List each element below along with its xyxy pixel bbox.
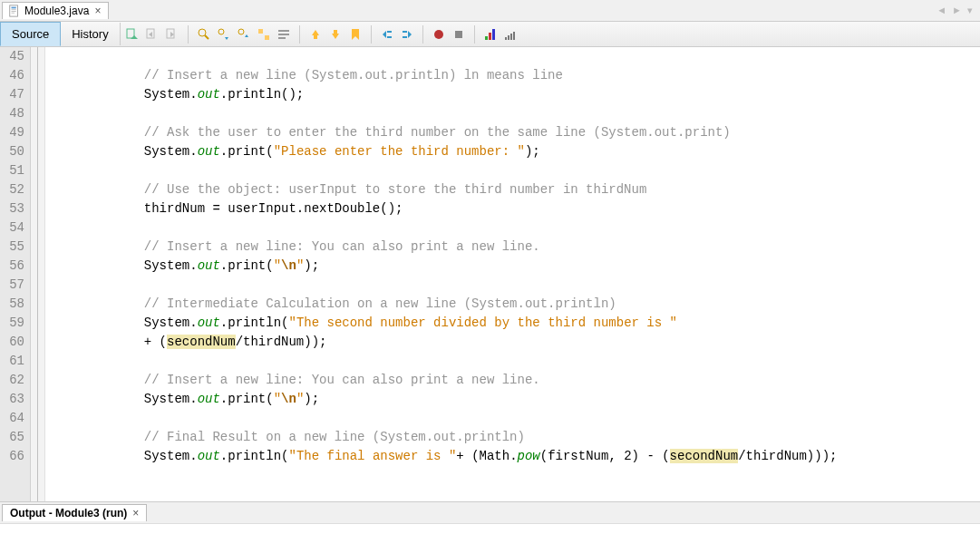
start-macro-icon[interactable] <box>431 26 447 43</box>
editor-toolbar: Source History <box>0 22 980 47</box>
shift-left-icon[interactable] <box>379 26 395 43</box>
tab-prev-icon[interactable]: ◄ <box>935 3 948 18</box>
svg-rect-29 <box>508 35 509 40</box>
tab-menu-icon[interactable]: ▾ <box>965 3 975 18</box>
svg-rect-19 <box>387 31 392 33</box>
svg-point-11 <box>238 29 244 34</box>
close-output-button[interactable]: × <box>132 507 139 519</box>
shift-right-icon[interactable] <box>399 26 415 43</box>
output-tab[interactable]: Output - Module3 (run) × <box>2 504 147 521</box>
svg-rect-15 <box>278 34 289 35</box>
svg-point-10 <box>218 29 224 34</box>
output-panel <box>0 523 980 534</box>
file-tab-bar: Module3.java × ◄ ► ▾ <box>0 0 980 22</box>
file-tab-module3[interactable]: Module3.java × <box>2 2 109 19</box>
svg-rect-25 <box>485 36 488 40</box>
tab-bar-controls: ◄ ► ▾ <box>935 3 980 18</box>
svg-rect-13 <box>265 35 269 40</box>
last-edit-icon[interactable] <box>124 26 141 43</box>
find-prev-icon[interactable] <box>216 26 232 43</box>
svg-rect-26 <box>489 33 491 40</box>
svg-point-23 <box>434 30 443 39</box>
toggle-bookmark-icon[interactable] <box>347 26 364 43</box>
svg-rect-28 <box>505 37 507 40</box>
find-next-icon[interactable] <box>236 26 252 43</box>
svg-rect-14 <box>278 30 289 32</box>
next-bookmark-icon[interactable] <box>327 26 344 43</box>
close-tab-button[interactable]: × <box>92 5 102 17</box>
svg-rect-22 <box>403 36 407 38</box>
svg-rect-24 <box>455 31 462 38</box>
file-tab-label: Module3.java <box>24 5 89 17</box>
svg-rect-27 <box>492 29 495 40</box>
forward-icon[interactable] <box>164 26 180 43</box>
svg-rect-4 <box>12 13 15 14</box>
svg-rect-3 <box>12 11 16 12</box>
tab-next-icon[interactable]: ► <box>950 3 964 18</box>
stop-macro-icon[interactable] <box>451 26 467 43</box>
svg-rect-2 <box>12 9 16 10</box>
svg-rect-31 <box>513 32 515 40</box>
line-gutter: 4546474849505152535455565758596061626364… <box>0 47 31 501</box>
svg-line-9 <box>205 35 209 39</box>
output-tab-bar: Output - Module3 (run) × <box>0 501 980 523</box>
svg-rect-30 <box>510 34 512 40</box>
back-icon[interactable] <box>144 26 160 43</box>
comment-icon[interactable] <box>482 26 499 43</box>
tab-history[interactable]: History <box>61 23 120 45</box>
svg-rect-18 <box>334 30 337 34</box>
bookmark-list-icon[interactable] <box>276 26 292 43</box>
fold-column <box>31 47 45 501</box>
svg-point-8 <box>199 29 206 36</box>
prev-bookmark-icon[interactable] <box>307 26 324 43</box>
svg-rect-17 <box>314 35 317 39</box>
svg-rect-12 <box>258 29 263 34</box>
code-area[interactable]: // Insert a new line (System.out.println… <box>45 47 837 501</box>
toggle-highlight-icon[interactable] <box>256 26 272 43</box>
output-tab-label: Output - Module3 (run) <box>10 507 127 519</box>
svg-rect-1 <box>12 7 16 9</box>
svg-rect-16 <box>278 37 286 39</box>
svg-rect-21 <box>403 31 407 33</box>
tab-source[interactable]: Source <box>0 22 61 46</box>
svg-rect-20 <box>387 36 392 38</box>
code-editor[interactable]: 4546474849505152535455565758596061626364… <box>0 47 980 501</box>
uncomment-icon[interactable] <box>502 26 519 43</box>
java-file-icon <box>8 5 21 17</box>
find-selection-icon[interactable] <box>196 26 212 43</box>
